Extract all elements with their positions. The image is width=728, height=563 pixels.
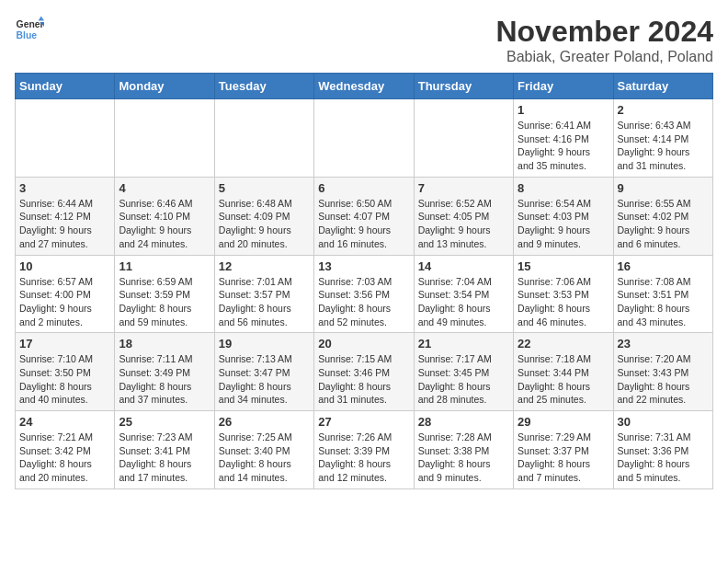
- day-cell: 25Sunrise: 7:23 AM Sunset: 3:41 PM Dayli…: [115, 411, 214, 489]
- week-row-4: 17Sunrise: 7:10 AM Sunset: 3:50 PM Dayli…: [16, 333, 713, 411]
- day-info: Sunrise: 7:11 AM Sunset: 3:49 PM Dayligh…: [119, 352, 210, 407]
- day-cell: 2Sunrise: 6:43 AM Sunset: 4:14 PM Daylig…: [613, 99, 712, 178]
- day-number: 20: [318, 337, 409, 350]
- day-info: Sunrise: 7:01 AM Sunset: 3:57 PM Dayligh…: [219, 275, 310, 329]
- day-number: 18: [119, 337, 210, 350]
- day-info: Sunrise: 6:50 AM Sunset: 4:07 PM Dayligh…: [318, 197, 409, 251]
- page-title: November 2024: [495, 15, 713, 49]
- day-cell: 10Sunrise: 6:57 AM Sunset: 4:00 PM Dayli…: [16, 255, 115, 333]
- day-cell: 6Sunrise: 6:50 AM Sunset: 4:07 PM Daylig…: [314, 177, 414, 255]
- page-header: General Blue November 2024 Babiak, Great…: [15, 15, 713, 65]
- day-info: Sunrise: 6:48 AM Sunset: 4:09 PM Dayligh…: [219, 197, 310, 251]
- day-number: 19: [219, 337, 310, 350]
- column-header-thursday: Thursday: [414, 74, 513, 99]
- day-number: 21: [418, 337, 509, 350]
- day-info: Sunrise: 6:52 AM Sunset: 4:05 PM Dayligh…: [418, 197, 509, 251]
- day-cell: 12Sunrise: 7:01 AM Sunset: 3:57 PM Dayli…: [214, 255, 313, 333]
- logo-icon: General Blue: [15, 15, 44, 44]
- day-number: 8: [518, 181, 609, 195]
- day-info: Sunrise: 6:59 AM Sunset: 3:59 PM Dayligh…: [119, 275, 210, 329]
- day-number: 12: [219, 259, 310, 273]
- day-number: 15: [518, 259, 609, 273]
- day-info: Sunrise: 7:28 AM Sunset: 3:38 PM Dayligh…: [418, 431, 509, 485]
- day-info: Sunrise: 7:20 AM Sunset: 3:43 PM Dayligh…: [618, 352, 709, 407]
- day-number: 10: [19, 259, 110, 273]
- title-block: November 2024 Babiak, Greater Poland, Po…: [495, 15, 713, 65]
- day-cell: 22Sunrise: 7:18 AM Sunset: 3:44 PM Dayli…: [514, 333, 613, 411]
- day-cell: 19Sunrise: 7:13 AM Sunset: 3:47 PM Dayli…: [214, 333, 313, 411]
- day-info: Sunrise: 7:08 AM Sunset: 3:51 PM Dayligh…: [618, 275, 709, 329]
- day-cell: 9Sunrise: 6:55 AM Sunset: 4:02 PM Daylig…: [613, 177, 712, 255]
- day-cell: 21Sunrise: 7:17 AM Sunset: 3:45 PM Dayli…: [414, 333, 513, 411]
- svg-text:Blue: Blue: [17, 30, 38, 40]
- day-cell: 11Sunrise: 6:59 AM Sunset: 3:59 PM Dayli…: [115, 255, 214, 333]
- day-info: Sunrise: 7:26 AM Sunset: 3:39 PM Dayligh…: [318, 431, 409, 485]
- day-cell: 4Sunrise: 6:46 AM Sunset: 4:10 PM Daylig…: [115, 177, 214, 255]
- day-cell: 29Sunrise: 7:29 AM Sunset: 3:37 PM Dayli…: [514, 411, 613, 489]
- day-cell: [16, 99, 115, 178]
- column-header-sunday: Sunday: [16, 74, 115, 99]
- day-info: Sunrise: 7:04 AM Sunset: 3:54 PM Dayligh…: [418, 275, 509, 329]
- header-row: SundayMondayTuesdayWednesdayThursdayFrid…: [16, 74, 713, 99]
- day-number: 28: [418, 415, 509, 429]
- day-info: Sunrise: 6:44 AM Sunset: 4:12 PM Dayligh…: [19, 197, 110, 251]
- day-number: 4: [119, 181, 210, 195]
- day-info: Sunrise: 7:06 AM Sunset: 3:53 PM Dayligh…: [518, 275, 609, 329]
- column-header-wednesday: Wednesday: [314, 74, 414, 99]
- day-number: 26: [219, 415, 310, 429]
- day-info: Sunrise: 7:17 AM Sunset: 3:45 PM Dayligh…: [418, 352, 509, 407]
- day-cell: 30Sunrise: 7:31 AM Sunset: 3:36 PM Dayli…: [613, 411, 712, 489]
- day-info: Sunrise: 6:57 AM Sunset: 4:00 PM Dayligh…: [19, 275, 110, 329]
- day-number: 5: [219, 181, 310, 195]
- svg-text:General: General: [17, 19, 44, 29]
- day-info: Sunrise: 7:03 AM Sunset: 3:56 PM Dayligh…: [318, 275, 409, 329]
- day-number: 2: [618, 103, 709, 117]
- day-cell: 13Sunrise: 7:03 AM Sunset: 3:56 PM Dayli…: [314, 255, 414, 333]
- day-info: Sunrise: 7:31 AM Sunset: 3:36 PM Dayligh…: [618, 431, 709, 485]
- svg-marker-2: [39, 17, 44, 21]
- day-number: 14: [418, 259, 509, 273]
- day-cell: 14Sunrise: 7:04 AM Sunset: 3:54 PM Dayli…: [414, 255, 513, 333]
- day-cell: [414, 99, 513, 178]
- day-number: 1: [518, 103, 609, 117]
- day-number: 23: [618, 337, 709, 350]
- day-cell: [214, 99, 313, 178]
- day-cell: 23Sunrise: 7:20 AM Sunset: 3:43 PM Dayli…: [613, 333, 712, 411]
- week-row-2: 3Sunrise: 6:44 AM Sunset: 4:12 PM Daylig…: [16, 177, 713, 255]
- week-row-5: 24Sunrise: 7:21 AM Sunset: 3:42 PM Dayli…: [16, 411, 713, 489]
- logo: General Blue: [15, 15, 44, 44]
- day-cell: 7Sunrise: 6:52 AM Sunset: 4:05 PM Daylig…: [414, 177, 513, 255]
- day-info: Sunrise: 7:18 AM Sunset: 3:44 PM Dayligh…: [518, 352, 609, 407]
- day-cell: 3Sunrise: 6:44 AM Sunset: 4:12 PM Daylig…: [16, 177, 115, 255]
- day-info: Sunrise: 7:29 AM Sunset: 3:37 PM Dayligh…: [518, 431, 609, 485]
- day-number: 16: [618, 259, 709, 273]
- day-info: Sunrise: 7:23 AM Sunset: 3:41 PM Dayligh…: [119, 431, 210, 485]
- day-cell: 18Sunrise: 7:11 AM Sunset: 3:49 PM Dayli…: [115, 333, 214, 411]
- day-info: Sunrise: 6:43 AM Sunset: 4:14 PM Dayligh…: [618, 119, 709, 173]
- day-number: 25: [119, 415, 210, 429]
- day-cell: 15Sunrise: 7:06 AM Sunset: 3:53 PM Dayli…: [514, 255, 613, 333]
- day-info: Sunrise: 6:41 AM Sunset: 4:16 PM Dayligh…: [518, 119, 609, 173]
- day-info: Sunrise: 6:46 AM Sunset: 4:10 PM Dayligh…: [119, 197, 210, 251]
- page-subtitle: Babiak, Greater Poland, Poland: [495, 49, 713, 65]
- column-header-friday: Friday: [514, 74, 613, 99]
- day-number: 24: [19, 415, 110, 429]
- day-cell: 26Sunrise: 7:25 AM Sunset: 3:40 PM Dayli…: [214, 411, 313, 489]
- day-cell: [115, 99, 214, 178]
- day-info: Sunrise: 7:10 AM Sunset: 3:50 PM Dayligh…: [19, 352, 110, 407]
- week-row-3: 10Sunrise: 6:57 AM Sunset: 4:00 PM Dayli…: [16, 255, 713, 333]
- column-header-tuesday: Tuesday: [214, 74, 313, 99]
- day-info: Sunrise: 7:25 AM Sunset: 3:40 PM Dayligh…: [219, 431, 310, 485]
- week-row-1: 1Sunrise: 6:41 AM Sunset: 4:16 PM Daylig…: [16, 99, 713, 178]
- day-cell: 28Sunrise: 7:28 AM Sunset: 3:38 PM Dayli…: [414, 411, 513, 489]
- day-cell: 1Sunrise: 6:41 AM Sunset: 4:16 PM Daylig…: [514, 99, 613, 178]
- column-header-monday: Monday: [115, 74, 214, 99]
- day-cell: 27Sunrise: 7:26 AM Sunset: 3:39 PM Dayli…: [314, 411, 414, 489]
- day-cell: 16Sunrise: 7:08 AM Sunset: 3:51 PM Dayli…: [613, 255, 712, 333]
- day-info: Sunrise: 7:13 AM Sunset: 3:47 PM Dayligh…: [219, 352, 310, 407]
- day-number: 3: [19, 181, 110, 195]
- day-number: 27: [318, 415, 409, 429]
- day-info: Sunrise: 7:15 AM Sunset: 3:46 PM Dayligh…: [318, 352, 409, 407]
- day-number: 7: [418, 181, 509, 195]
- day-number: 17: [19, 337, 110, 350]
